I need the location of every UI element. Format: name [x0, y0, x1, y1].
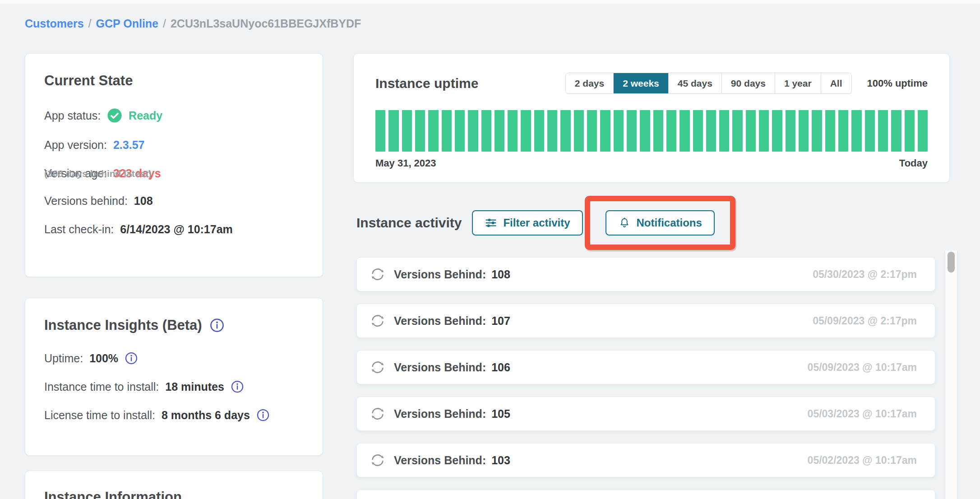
uptime-bar: [428, 110, 438, 152]
uptime-bar: [838, 110, 848, 152]
info-icon[interactable]: [231, 380, 244, 393]
uptime-bar: [442, 110, 452, 152]
sync-icon: [369, 265, 387, 283]
activity-row: Versions Behind: 108 05/30/2023 @ 2:17pm: [356, 257, 935, 291]
uptime-bar: [481, 110, 491, 152]
uptime-bar: [905, 110, 915, 152]
uptime-bar: [587, 110, 597, 152]
uptime-bar: [812, 110, 822, 152]
check-circle-icon: [107, 108, 122, 123]
breadcrumb-link[interactable]: Customers: [25, 17, 84, 30]
uptime-bar: [719, 110, 729, 152]
activity-row-label: Versions Behind:: [394, 407, 486, 420]
insight-item: Uptime: 100%: [44, 351, 304, 365]
activity-row-value: 103: [491, 454, 510, 467]
field-value: Ready: [129, 109, 162, 122]
activity-row-timestamp: 05/03/2023 @ 10:17am: [808, 408, 917, 420]
uptime-bar: [455, 110, 465, 152]
uptime-range-button[interactable]: 90 days: [722, 73, 775, 93]
sync-icon: [369, 358, 387, 376]
field-value: 108: [134, 194, 153, 208]
breadcrumb-separator: /: [163, 17, 166, 30]
uptime-bar: [600, 110, 610, 152]
uptime-range-button[interactable]: 2 weeks: [614, 73, 669, 93]
sync-icon: [369, 451, 387, 469]
uptime-bar: [614, 110, 624, 152]
uptime-bar: [574, 110, 584, 152]
uptime-bar: [547, 110, 557, 152]
uptime-range-button[interactable]: All: [821, 73, 851, 93]
activity-row-timestamp: 05/09/2023 @ 2:17pm: [813, 315, 917, 327]
instance-insights-title: Instance Insights (Beta): [44, 317, 202, 333]
current-state-row: App version: 2.3.57: [44, 139, 304, 152]
uptime-bar: [468, 110, 478, 152]
uptime-range-button[interactable]: 45 days: [669, 73, 722, 93]
uptime-bar: [772, 110, 782, 152]
info-icon[interactable]: [125, 351, 138, 365]
uptime-bar: [495, 110, 504, 152]
uptime-bar: [825, 110, 835, 152]
activity-scrollbar-track[interactable]: [944, 250, 958, 499]
uptime-bar: [706, 110, 716, 152]
current-state-row: Versions behind: 108: [44, 194, 304, 208]
uptime-bar: [865, 110, 875, 152]
insight-value: 8 months 6 days: [162, 409, 250, 422]
instance-information-card: Instance Information: [25, 471, 323, 499]
field-label: App status:: [44, 109, 101, 122]
field-note: (308 days behind latest): [44, 168, 304, 179]
uptime-bar: [388, 110, 398, 152]
uptime-bar: [375, 110, 385, 152]
top-edge: [0, 0, 980, 4]
filter-activity-label: Filter activity: [503, 217, 570, 229]
bell-icon: [618, 217, 631, 229]
activity-row: Versions Behind: 106 05/09/2023 @ 10:17a…: [356, 350, 935, 384]
uptime-range-button[interactable]: 2 days: [566, 73, 614, 93]
activity-row-label: Versions Behind:: [394, 454, 486, 467]
current-state-row: App status: Ready: [44, 108, 304, 123]
uptime-range-button[interactable]: 1 year: [775, 73, 821, 93]
uptime-bar: [918, 110, 928, 152]
uptime-bar: [759, 110, 769, 152]
highlight-annotation: Notifications: [585, 196, 735, 250]
activity-row: Versions Behind: 103 05/02/2023 @ 10:17a…: [356, 443, 935, 477]
uptime-bar: [627, 110, 637, 152]
insight-value: 100%: [89, 352, 118, 365]
insight-value: 18 minutes: [165, 380, 224, 393]
notifications-button[interactable]: Notifications: [606, 210, 715, 236]
activity-row-label: Versions Behind:: [394, 268, 486, 281]
current-state-row: Version age: 323 days (308 days behind l…: [44, 167, 304, 179]
uptime-bar: [680, 110, 689, 152]
uptime-percentage-label: 100% uptime: [867, 78, 928, 89]
field-label: Last check-in:: [44, 223, 114, 236]
activity-row-value: 105: [491, 407, 510, 420]
notifications-label: Notifications: [637, 217, 702, 229]
activity-row-value: 106: [491, 361, 510, 374]
uptime-bar: [746, 110, 756, 152]
uptime-end-date: Today: [899, 157, 928, 169]
activity-row-value: 107: [491, 314, 510, 328]
sliders-icon: [485, 217, 497, 229]
uptime-bar: [786, 110, 795, 152]
instance-uptime-card: Instance uptime 2 days 2 weeks 45 days 9…: [353, 53, 950, 183]
field-value: 2.3.57: [113, 139, 145, 152]
uptime-bar-chart: [375, 110, 928, 152]
app-screen: Customers / GCP Online / 2CU3nL3saUNyoc6…: [0, 0, 980, 499]
instance-activity-header: Instance activity Filter activity: [356, 196, 735, 250]
uptime-bar: [891, 110, 901, 152]
current-state-row: Last check-in: 6/14/2023 @ 10:17am: [44, 223, 304, 236]
instance-uptime-title: Instance uptime: [375, 76, 478, 91]
uptime-bar: [640, 110, 650, 152]
activity-scrollbar-thumb[interactable]: [948, 252, 955, 273]
breadcrumb-link[interactable]: GCP Online: [96, 17, 158, 30]
uptime-bar: [878, 110, 888, 152]
breadcrumb-link[interactable]: 2CU3nL3saUNyoc61BBEGJXfBYDF: [171, 17, 361, 30]
uptime-bar: [415, 110, 425, 152]
uptime-bar: [560, 110, 570, 152]
uptime-start-date: May 31, 2023: [375, 157, 436, 169]
insight-label: Uptime:: [44, 352, 83, 365]
instance-information-title: Instance Information: [44, 489, 304, 499]
filter-activity-button[interactable]: Filter activity: [472, 210, 582, 236]
info-icon[interactable]: [256, 408, 270, 422]
activity-row-timestamp: 05/09/2023 @ 10:17am: [808, 361, 917, 374]
info-icon[interactable]: [209, 318, 225, 333]
